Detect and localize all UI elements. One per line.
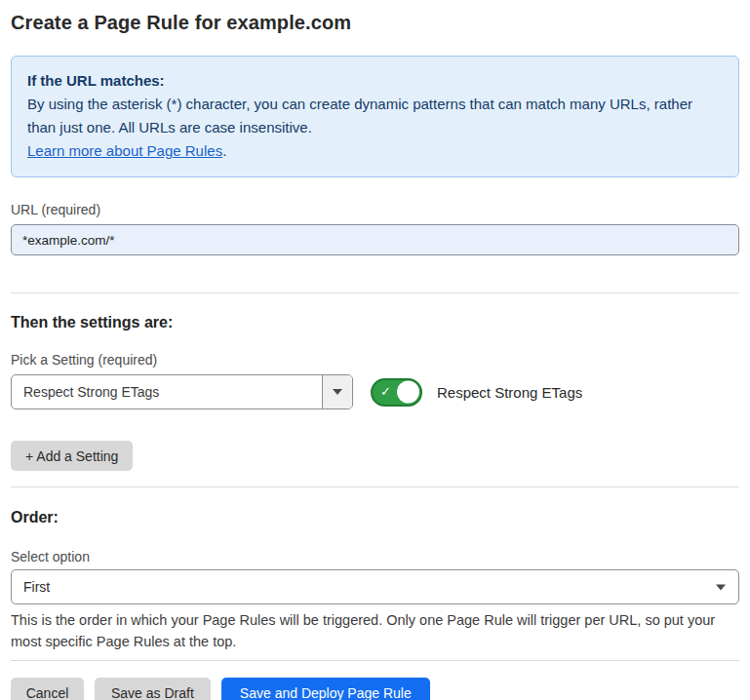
info-box-body-text: By using the asterisk (*) character, you… <box>27 96 692 136</box>
divider <box>11 660 739 661</box>
divider <box>11 486 739 487</box>
info-box-link-line: Learn more about Page Rules. <box>27 139 723 163</box>
link-suffix: . <box>222 142 226 159</box>
url-field-label: URL (required) <box>11 202 739 218</box>
url-match-info-box: If the URL matches: By using the asteris… <box>11 56 739 177</box>
divider <box>11 292 739 293</box>
pick-setting-label: Pick a Setting (required) <box>11 352 739 369</box>
learn-more-link[interactable]: Learn more about Page Rules <box>27 142 222 159</box>
save-and-deploy-button[interactable]: Save and Deploy Page Rule <box>221 678 430 700</box>
check-icon: ✓ <box>380 385 391 398</box>
toggle-knob <box>397 381 419 404</box>
order-help-text: This is the order in which your Page Rul… <box>11 609 739 652</box>
settings-section-heading: Then the settings are: <box>11 313 739 331</box>
save-as-draft-button[interactable]: Save as Draft <box>95 678 211 700</box>
order-select-label: Select option <box>11 549 739 565</box>
setting-select-arrow-button[interactable] <box>322 375 352 408</box>
chevron-down-icon <box>333 389 342 395</box>
chevron-down-icon <box>716 585 726 591</box>
setting-select-value: Respect Strong ETags <box>12 375 322 408</box>
add-setting-button[interactable]: + Add a Setting <box>11 441 133 471</box>
setting-controls-row: Respect Strong ETags ✓ Respect Strong ET… <box>11 374 739 409</box>
page-title: Create a Page Rule for example.com <box>11 0 739 35</box>
toggle-label: Respect Strong ETags <box>437 384 582 401</box>
order-select-value: First <box>23 579 50 595</box>
setting-select[interactable]: Respect Strong ETags <box>11 374 353 409</box>
order-section-heading: Order: <box>11 508 739 526</box>
create-page-rule-panel: Create a Page Rule for example.com If th… <box>0 0 750 700</box>
url-input[interactable] <box>11 224 739 255</box>
respect-strong-etags-toggle[interactable]: ✓ <box>371 378 422 407</box>
info-box-body: By using the asterisk (*) character, you… <box>27 93 723 139</box>
order-select[interactable]: First <box>11 569 739 604</box>
form-actions: Cancel Save as Draft Save and Deploy Pag… <box>11 678 739 700</box>
info-box-heading: If the URL matches: <box>27 69 723 93</box>
cancel-button[interactable]: Cancel <box>11 678 84 700</box>
